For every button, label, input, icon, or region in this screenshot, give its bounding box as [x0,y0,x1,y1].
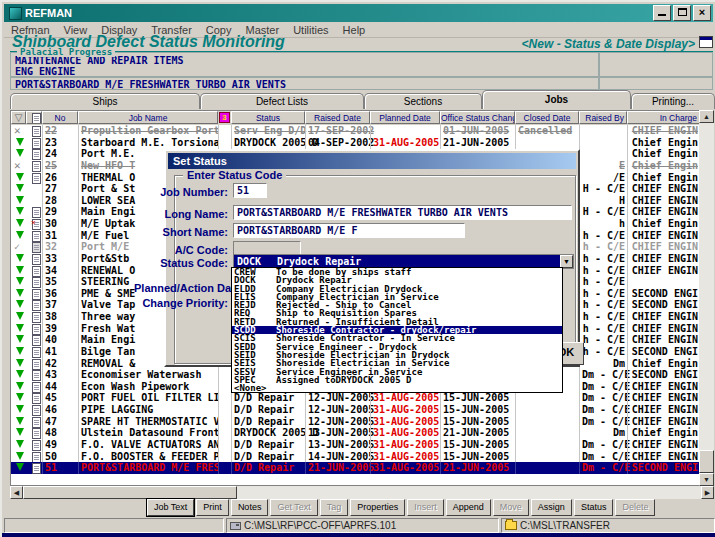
bottom-strip [2,533,715,537]
cell-flag [11,253,26,265]
cell-raised_by: Dm - C/E [579,381,627,393]
cell-raised: 12-JUN-2005 [305,392,370,404]
cell-in_charge: CHIEF ENGIN [627,195,700,207]
print-button[interactable]: Print [196,499,229,516]
column-header-status[interactable]: Status [231,111,305,124]
tab-ships[interactable]: Ships [10,93,200,109]
tab-sections[interactable]: Sections [364,93,482,109]
cell-doc [26,276,42,288]
table-row[interactable]: 51PORT&STARBOARD M/E FRESHD/D Repair21-J… [11,462,700,474]
filter-flag-icon[interactable]: ▽ [11,111,26,124]
table-row[interactable]: 50F.O. BOOSTER & FEEDER PUD/D Repair14-J… [11,451,700,463]
status-option-none[interactable]: <None> [232,384,562,392]
column-header-in_charge[interactable]: In Charge [627,111,700,124]
green-flag-icon [16,277,24,285]
cell-office: 21-JUN-2005 [440,462,515,474]
status-option-spec[interactable]: SPECAssigned toDRYDOCK 2005 D [232,376,562,384]
statusbar-blank-segment [4,518,224,533]
scroll-left-icon[interactable]: ◀ [10,486,23,499]
assign-button[interactable]: Assign [531,499,572,516]
job-text-doc-icon [32,277,41,288]
cell-raised_by [579,137,627,149]
tab-printing-[interactable]: Printing... [631,93,715,109]
tab-jobs[interactable]: Jobs [482,90,631,109]
cell-flag [11,369,26,381]
long-name-field[interactable]: PORT&STARBOARD M/E FRESHWATER TURBO AIR … [233,205,572,220]
table-row[interactable]: 48Ulstein Datasound FrontDRYDOCK 2005 D1… [11,427,700,439]
minimize-icon[interactable] [653,5,671,21]
cell-no: 34 [42,265,78,277]
cell-in_charge: Chief Engin [627,427,700,439]
horizontal-scrollbar[interactable]: ◀ ▶ [10,486,714,499]
cell-name: SPARE HT THERMOSTATIC VA [78,416,218,428]
column-header-planned[interactable]: Planned Date [370,111,440,124]
dialog-titlebar[interactable]: Set Status [168,153,576,169]
green-flag-icon [16,440,24,448]
column-header-raised_by[interactable]: Raised By [579,111,627,124]
cell-in_charge: Chief Engin [627,137,700,149]
column-header-raised[interactable]: Raised Date [305,111,370,124]
table-row[interactable]: ✕22Propultion Gearbox PortServ Eng D/D17… [11,125,700,137]
scroll-up-icon[interactable]: ▲ [699,110,714,123]
cell-flag [11,276,26,288]
column-header-no[interactable]: No [42,111,78,124]
job-number-field[interactable]: 51 [233,183,267,198]
cell-no: 30 [42,218,78,230]
column-header-closed[interactable]: Closed Date [515,111,579,124]
cell-raised_by: h - C/E [579,299,627,311]
maximize-icon[interactable] [673,5,691,21]
status-button[interactable]: Status [574,499,614,516]
hscroll-thumb[interactable] [23,486,237,499]
cell-no: 28 [42,195,78,207]
close-icon[interactable]: × [693,5,711,21]
vscroll-thumb[interactable] [699,450,714,473]
menu-item-help[interactable]: Help [336,24,373,36]
properties-button[interactable]: Properties [350,499,405,516]
cell-no: 49 [42,439,78,451]
display-window-icon[interactable] [699,36,713,48]
cell-closed [515,137,579,149]
column-header-name[interactable]: Job Name [78,111,218,124]
table-row[interactable]: 23Starboard M.E. TorsionaDRYDOCK 2005 D0… [11,137,700,149]
cell-office: 15-JUN-2005 [440,404,515,416]
scroll-right-icon[interactable]: ▶ [701,486,714,499]
table-row[interactable]: 46PIPE LAGGINGD/D Repair12-JUN-200531-AU… [11,404,700,416]
cell-raised_by: H - C/E [579,183,627,195]
cell-raised_by: Dm - C/E [579,416,627,428]
status-code-label: Status Code: [134,257,228,269]
vertical-scrollbar[interactable]: ▲ ▼ [699,110,714,486]
cell-closed [515,392,579,404]
cell-flag [11,439,26,451]
job-text-doc-icon [32,463,41,474]
notes-button[interactable]: Notes [231,499,269,516]
cell-raised_by: h - C/E [579,288,627,300]
cell-in_charge: CHIEF ENGIN [627,323,700,335]
cell-in_charge: SECOND ENGI [627,369,700,381]
cell-in_charge: SECOND ENGI [627,288,700,300]
cell-in_charge: CHIEF ENGIN [627,392,700,404]
cell-in_charge: Chief Engin [627,172,700,184]
ship-name-label: Palacial Progress [17,47,115,57]
table-row[interactable]: 47SPARE HT THERMOSTATIC VAD/D Repair12-J… [11,416,700,428]
sort-tag-icon[interactable]: 3 [218,111,231,124]
append-button[interactable]: Append [446,499,491,516]
table-row[interactable]: 45PORT FUEL OIL FILTER LIND/D Repair12-J… [11,392,700,404]
column-header-office[interactable]: Office Status Change [440,111,515,124]
cell-flag [11,404,26,416]
cell-flag [11,381,26,393]
display-mode-label: <New - Status & Date Display> [522,37,695,51]
ship-section-box: Palacial Progress MAINTENANCE AND REPAIR… [10,52,599,77]
menu-item-utilities[interactable]: Utilities [286,24,335,36]
short-name-field[interactable]: PORT&STARBOARD M/E F [233,223,465,238]
job-text-button[interactable]: Job Text [147,499,194,516]
cell-planned: 31-AUG-2005 [370,462,440,474]
document-column-icon[interactable] [26,111,42,124]
table-row[interactable]: 49F.O. VALVE ACTUATORS AND/D Repair13-JU… [11,439,700,451]
job-name-box: PORT&STARBOARD M/E FRESHWATER TURBO AIR … [10,77,599,90]
cell-raised_by: Dm [579,358,627,370]
cell-raised: 12-JUN-2005 [305,404,370,416]
cell-raised: 04-SEP-2002 [305,137,370,149]
tab-defect-lists[interactable]: Defect Lists [200,93,364,109]
scroll-down-icon[interactable]: ▼ [699,473,714,486]
cell-no: 24 [42,148,78,160]
